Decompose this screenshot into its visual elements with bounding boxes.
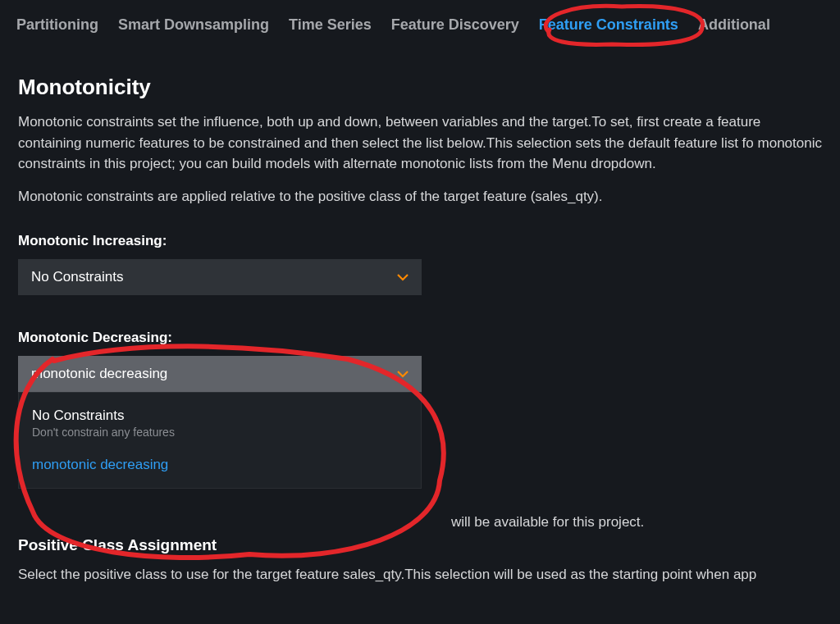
trailing-project-text: will be available for this project.	[451, 514, 644, 531]
tab-bar: Partitioning Smart Downsampling Time Ser…	[0, 0, 840, 42]
monotonic-increasing-value: No Constraints	[31, 269, 123, 285]
positive-class-title: Positive Class Assignment	[18, 536, 822, 554]
tab-smart-downsampling[interactable]: Smart Downsampling	[118, 16, 269, 34]
dropdown-option-title: No Constraints	[32, 408, 408, 424]
chevron-down-icon	[397, 368, 409, 380]
tab-feature-constraints[interactable]: Feature Constraints	[539, 16, 678, 34]
monotonic-decreasing-dropdown: No Constraints Don't constrain any featu…	[18, 392, 422, 489]
dropdown-option-subtitle: Don't constrain any features	[32, 426, 408, 439]
tab-additional[interactable]: Additional	[698, 16, 770, 34]
content-area: Monotonicity Monotonic constraints set t…	[0, 42, 840, 585]
dropdown-option-no-constraints[interactable]: No Constraints Don't constrain any featu…	[19, 399, 421, 442]
monotonic-decreasing-select[interactable]: monotonic decreasing	[18, 356, 422, 392]
monotonicity-desc-2: Monotonic constraints are applied relati…	[18, 186, 822, 207]
monotonicity-title: Monotonicity	[18, 75, 822, 100]
monotonic-decreasing-value: monotonic decreasing	[31, 366, 167, 382]
positive-class-body: Select the positive class to use for the…	[18, 564, 822, 585]
monotonic-decreasing-block: Monotonic Decreasing: monotonic decreasi…	[18, 330, 822, 489]
monotonic-increasing-block: Monotonic Increasing: No Constraints	[18, 233, 822, 295]
monotonic-increasing-label: Monotonic Increasing:	[18, 233, 822, 249]
chevron-down-icon	[397, 271, 409, 283]
tab-feature-discovery[interactable]: Feature Discovery	[391, 16, 519, 34]
monotonic-decreasing-label: Monotonic Decreasing:	[18, 330, 822, 346]
monotonic-increasing-select[interactable]: No Constraints	[18, 259, 422, 295]
dropdown-option-title: monotonic decreasing	[32, 457, 408, 473]
dropdown-option-monotonic-decreasing[interactable]: monotonic decreasing	[19, 442, 421, 476]
monotonicity-desc-1: Monotonic constraints set the influence,…	[18, 112, 822, 175]
tab-partitioning[interactable]: Partitioning	[16, 16, 98, 34]
tab-time-series[interactable]: Time Series	[289, 16, 372, 34]
